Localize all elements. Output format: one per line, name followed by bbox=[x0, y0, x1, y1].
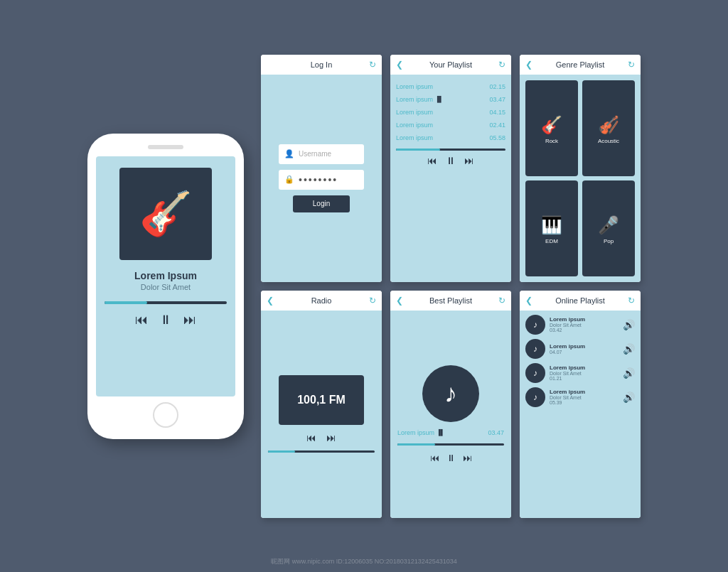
online-time-3: 01.21 bbox=[550, 376, 619, 381]
online-screen-header: ❮ Online Playlist ↻ bbox=[520, 291, 641, 311]
playlist-pause-button[interactable]: ⏸ bbox=[446, 155, 456, 166]
online-screen-body: ♪ Lorem ipsum Dolor Sit Amet 03.42 🔊 ♪ L… bbox=[520, 311, 641, 518]
genre-edm-label: EDM bbox=[545, 238, 558, 244]
radio-refresh-icon[interactable]: ↻ bbox=[369, 296, 376, 306]
volume-icon-4[interactable]: 🔊 bbox=[623, 392, 635, 403]
login-screen-card: ↻ Log In 👤 Username 🔒 •••••••• Login bbox=[261, 55, 382, 282]
online-back-icon[interactable]: ❮ bbox=[525, 296, 532, 306]
radio-frequency-text: 100,1 FM bbox=[297, 394, 346, 406]
best-forward-button[interactable]: ⏭ bbox=[463, 453, 472, 463]
best-progress-fill bbox=[397, 443, 435, 446]
album-art: 🎸 bbox=[119, 168, 212, 260]
online-info-3: Lorem ipsum Dolor Sit Amet 01.21 bbox=[550, 365, 619, 381]
online-refresh-icon[interactable]: ↻ bbox=[628, 296, 635, 306]
login-refresh-icon[interactable]: ↻ bbox=[369, 60, 376, 70]
online-time-1: 03.42 bbox=[550, 328, 619, 333]
list-item[interactable]: Lorem ipsum 02.41 bbox=[396, 119, 505, 131]
best-playlist-screen-card: ❮ Best Playlist ↻ ♪ Lorem ipsum ▐▌ 03.47 bbox=[390, 291, 511, 518]
playlist-controls: ⏮ ⏸ ⏭ bbox=[396, 155, 505, 166]
list-item[interactable]: ♪ Lorem ipsum 04.07 🔊 bbox=[525, 339, 635, 359]
online-avatar-1: ♪ bbox=[525, 315, 545, 335]
radio-forward-button[interactable]: ⏭ bbox=[326, 432, 336, 443]
online-sub-3: Dolor Sit Amet bbox=[550, 371, 619, 376]
list-item[interactable]: ♪ Lorem ipsum Dolor Sit Amet 01.21 🔊 bbox=[525, 363, 635, 383]
playlist-refresh-icon[interactable]: ↻ bbox=[498, 60, 505, 70]
lock-icon: 🔒 bbox=[284, 175, 294, 184]
online-time-4: 05.39 bbox=[550, 400, 619, 405]
volume-icon-1[interactable]: 🔊 bbox=[623, 319, 635, 330]
playlist-item-time-1: 02.15 bbox=[489, 83, 505, 90]
list-item[interactable]: Lorem ipsum 04.15 bbox=[396, 106, 505, 119]
bars-icon: ▐▌ bbox=[435, 96, 443, 102]
phone-rewind-button[interactable]: ⏮ bbox=[135, 313, 148, 328]
best-pause-button[interactable]: ⏸ bbox=[446, 453, 456, 463]
playlist-item-time-2: 03.47 bbox=[489, 96, 505, 103]
genre-item-acoustic[interactable]: 🎻 Acoustic bbox=[582, 80, 635, 176]
online-title-1: Lorem ipsum bbox=[550, 316, 619, 323]
playlist-rewind-button[interactable]: ⏮ bbox=[427, 155, 437, 166]
radio-frequency-display: 100,1 FM bbox=[279, 375, 364, 425]
phone-forward-button[interactable]: ⏭ bbox=[183, 313, 196, 328]
phone-controls: ⏮ ⏸ ⏭ bbox=[135, 313, 196, 328]
online-avatar-3: ♪ bbox=[525, 363, 545, 383]
volume-icon-2[interactable]: 🔊 bbox=[623, 343, 635, 355]
online-avatar-4: ♪ bbox=[525, 387, 545, 407]
genre-item-pop[interactable]: 🎤 Pop bbox=[582, 180, 635, 276]
list-item[interactable]: Lorem ipsum 02.15 bbox=[396, 80, 505, 93]
online-title-2: Lorem ipsum bbox=[550, 343, 619, 350]
radio-screen-body: 100,1 FM ⏮ ⏭ bbox=[261, 311, 382, 518]
phone-track-subtitle: Dolor Sit Amet bbox=[141, 283, 191, 291]
playlist-item-time-5: 05.58 bbox=[489, 134, 505, 141]
playlist-item-time-4: 02.41 bbox=[489, 122, 505, 129]
phone-home-button[interactable] bbox=[153, 402, 178, 428]
list-item[interactable]: ♪ Lorem ipsum Dolor Sit Amet 03.42 🔊 bbox=[525, 315, 635, 335]
radio-back-icon[interactable]: ❮ bbox=[267, 296, 274, 306]
phone-speaker bbox=[148, 145, 183, 149]
radio-rewind-button[interactable]: ⏮ bbox=[306, 432, 316, 443]
playlist-back-icon[interactable]: ❮ bbox=[396, 60, 403, 70]
online-info-1: Lorem ipsum Dolor Sit Amet 03.42 bbox=[550, 316, 619, 333]
best-rewind-button[interactable]: ⏮ bbox=[430, 453, 439, 463]
genre-refresh-icon[interactable]: ↻ bbox=[628, 60, 635, 70]
screens-grid: ↻ Log In 👤 Username 🔒 •••••••• Login ❮ Y… bbox=[261, 55, 641, 518]
music-note-circle: ♪ bbox=[422, 365, 479, 422]
radio-screen-header: ❮ Radio ↻ bbox=[261, 291, 382, 311]
genre-item-edm[interactable]: 🎹 EDM bbox=[525, 180, 578, 276]
phone-track-title: Lorem Ipsum bbox=[134, 270, 197, 281]
genre-screen-header: ❮ Genre Playlist ↻ bbox=[520, 55, 641, 75]
phone-screen: 🎸 Lorem Ipsum Dolor Sit Amet ⏮ ⏸ ⏭ bbox=[96, 156, 235, 396]
best-back-icon[interactable]: ❮ bbox=[396, 296, 403, 306]
password-field[interactable]: 🔒 •••••••• bbox=[279, 170, 364, 190]
list-item[interactable]: Lorem ipsum 05.58 bbox=[396, 131, 505, 144]
list-item[interactable]: ♪ Lorem ipsum Dolor Sit Amet 05.39 🔊 bbox=[525, 387, 635, 407]
online-title-4: Lorem ipsum bbox=[550, 389, 619, 395]
playlist-item-name-2: Lorem ipsum ▐▌ bbox=[396, 96, 443, 103]
playlist-screen-card: ❮ Your Playlist ↻ Lorem ipsum 02.15 Lore… bbox=[390, 55, 511, 282]
genre-screen-title: Genre Playlist bbox=[556, 60, 604, 69]
best-track-info: Lorem ipsum ▐▌ 03.47 bbox=[397, 429, 504, 436]
playlist-forward-button[interactable]: ⏭ bbox=[464, 155, 474, 166]
phone-pause-button[interactable]: ⏸ bbox=[159, 313, 172, 328]
best-progress-bar bbox=[397, 443, 504, 446]
radio-screen-card: ❮ Radio ↻ 100,1 FM ⏮ ⏭ bbox=[261, 291, 382, 518]
playlist-screen-title: Your Playlist bbox=[429, 60, 472, 69]
best-screen-body: ♪ Lorem ipsum ▐▌ 03.47 ⏮ ⏸ ⏭ bbox=[390, 311, 511, 518]
genre-edm-icon: 🎹 bbox=[541, 215, 562, 235]
volume-icon-3[interactable]: 🔊 bbox=[623, 367, 635, 379]
best-screen-title: Best Playlist bbox=[429, 296, 472, 305]
playlist-item-name-4: Lorem ipsum bbox=[396, 122, 433, 129]
username-field[interactable]: 👤 Username bbox=[279, 144, 364, 164]
playlist-screen-header: ❮ Your Playlist ↻ bbox=[390, 55, 511, 75]
genre-item-rock[interactable]: 🎸 Rock bbox=[525, 80, 578, 176]
login-button[interactable]: Login bbox=[293, 195, 350, 212]
genre-back-icon[interactable]: ❮ bbox=[525, 60, 532, 70]
user-icon: 👤 bbox=[284, 149, 294, 158]
login-screen-body: 👤 Username 🔒 •••••••• Login bbox=[261, 75, 382, 282]
best-track-name: Lorem ipsum ▐▌ bbox=[397, 429, 444, 436]
list-item[interactable]: Lorem ipsum ▐▌ 03.47 bbox=[396, 93, 505, 106]
best-bars-icon: ▐▌ bbox=[437, 429, 444, 436]
online-sub-4: Dolor Sit Amet bbox=[550, 395, 619, 400]
login-screen-header: ↻ Log In bbox=[261, 55, 382, 75]
username-placeholder: Username bbox=[299, 150, 331, 158]
best-refresh-icon[interactable]: ↻ bbox=[498, 296, 505, 306]
